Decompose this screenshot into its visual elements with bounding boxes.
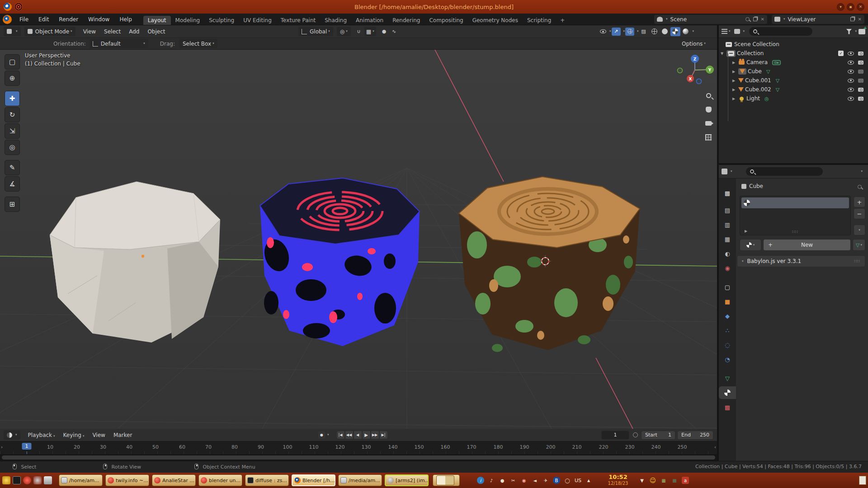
tab-render[interactable]: ▤ [719,204,736,216]
shading-material-button[interactable] [670,27,680,36]
gizmo-axis-y-neg[interactable] [678,68,683,73]
auto-keying-button[interactable]: ● [317,431,326,439]
render-camera-icon-disabled[interactable] [858,70,863,74]
menu-add[interactable]: Add [125,28,143,35]
collection-checkbox[interactable]: ✓ [838,51,844,56]
render-camera-icon[interactable] [858,52,863,56]
resize-grip[interactable]: ∷∷ [792,230,798,234]
timeline-ruler[interactable]: › ‹ 1 10 20 30 40 50 60 70 80 90 100 110… [0,441,717,454]
menu-file[interactable]: File [14,16,33,23]
scene-selector[interactable]: ▾ Scene ✕ [654,15,767,24]
play-button[interactable]: ▶ [362,431,371,439]
tab-collection[interactable]: ▢ [719,281,736,293]
tab-layout[interactable]: Layout [143,16,171,25]
tray-bluetooth-icon[interactable]: B [553,477,560,484]
shading-wireframe-button[interactable] [650,27,660,36]
outliner-row-cube[interactable]: ▶ Cube ▽ [719,67,868,76]
hide-eye-icon[interactable] [848,52,854,56]
camera-view-icon[interactable] [704,119,712,127]
outliner-row-cube-001[interactable]: ▶ Cube.001 ▽ [719,76,868,85]
tab-particles[interactable]: ∴ [719,324,736,337]
editor-type-button[interactable]: ▾ [4,27,21,36]
xray-toggle[interactable]: ▨ [639,28,648,36]
tray-updates-icon[interactable]: ▼ [638,477,646,484]
expander-icon[interactable]: ▶ [731,88,737,92]
tab-scene[interactable]: ◐ [719,247,736,260]
new-collection-button[interactable] [859,29,865,34]
tool-select-box[interactable]: ▢ [5,54,20,70]
tray-network-icon[interactable]: ✈ [542,477,549,484]
render-camera-icon[interactable] [858,97,863,101]
tray-media-icon[interactable]: ◉ [520,477,528,484]
launcher-browser-icon[interactable] [23,476,31,484]
proportional-edit-toggle[interactable]: ● [380,28,389,36]
current-frame-field[interactable]: 1 [601,431,629,440]
stump-wood[interactable] [459,177,640,352]
expander-icon[interactable]: ▶ [731,97,737,101]
drag-dropdown[interactable]: Select Box ▾ [179,39,217,48]
outliner-search-input[interactable] [749,27,812,36]
taskbar-window-blender-un[interactable]: blender un... [198,474,242,486]
pin-icon[interactable] [745,17,750,21]
end-frame-field[interactable]: End 250 [677,431,713,440]
add-material-slot-button[interactable]: + [854,197,865,207]
scene-name[interactable]: Scene [670,16,687,23]
tray-globe-icon[interactable]: ◯ [564,477,571,484]
jump-to-start-button[interactable]: |◀ [336,431,345,439]
hide-eye-icon[interactable] [848,97,854,101]
current-frame-indicator[interactable]: 1 [22,443,32,450]
taskbar-clock[interactable]: 10:52 12/18/23 [604,474,632,486]
new-viewlayer-icon[interactable] [850,17,854,21]
pr[interactable]: ◀ [354,431,362,439]
render-camera-icon[interactable] [858,88,863,92]
navigation-gizmo[interactable]: Z Y X [678,55,714,84]
menu-window[interactable]: Window [83,16,114,23]
tray-volume-icon[interactable]: ◄ [531,477,538,484]
viewlayer-name[interactable]: ViewLayer [788,16,816,23]
pin-id-icon[interactable] [858,185,862,189]
tray-calculator-icon[interactable]: ▦ [660,477,667,484]
material-slot[interactable] [741,197,849,208]
outliner-row-light[interactable]: ▶ Light ◎ [719,94,868,103]
outliner-filter-id-icon[interactable] [734,29,740,34]
taskbar-window-diffuse[interactable]: diffuse : zs... [245,474,289,486]
tab-modeling[interactable]: Modeling [171,16,205,25]
link-data-button[interactable]: ▽ ▾ [853,239,865,251]
snap-target-dropdown[interactable]: ▦ ▾ [364,27,376,36]
tool-annotate[interactable]: ✎ [5,160,20,175]
tab-texture[interactable]: ▩ [719,401,736,413]
new-scene-icon[interactable] [753,17,757,21]
launcher-files-icon[interactable] [44,476,52,484]
material-specials-button[interactable]: ▾ [854,225,865,235]
tray-search-icon[interactable]: ● [499,477,506,484]
properties-search-input[interactable] [746,167,823,176]
tab-animation[interactable]: Animation [351,16,388,25]
filter-icon[interactable] [846,29,852,34]
expander-icon[interactable]: ▶ [743,229,749,233]
blender-app-icon[interactable] [3,15,12,24]
taskbar-window-analiestar[interactable]: AnalieStar ... [152,474,196,486]
menu-keying[interactable]: Keying▾ [59,432,89,438]
browse-material-button[interactable]: ▾ [740,239,761,251]
tab-rendering[interactable]: Rendering [388,16,425,25]
taskbar-window-arms2[interactable]: [arms2] (im... [385,474,429,486]
shading-solid-button[interactable] [660,27,670,36]
tray-grid-icon[interactable]: ▩ [671,477,678,484]
hide-eye-icon[interactable] [848,70,854,74]
menu-view-timeline[interactable]: View [88,432,109,438]
menu-help[interactable]: Help [114,16,137,23]
ortho-grid-icon[interactable] [704,133,712,141]
tab-modifiers[interactable]: ◆ [719,310,736,322]
remove-viewlayer-icon[interactable]: ✕ [858,17,862,22]
tab-uv-editing[interactable]: UV Editing [239,16,276,25]
shading-rendered-button[interactable] [681,27,691,36]
babylon-panel-header[interactable]: ▾ Babylon.js ver 3.3.1 ∷∷ [737,255,865,267]
pivot-point-dropdown[interactable]: ◎ ▾ [337,27,351,36]
tool-scale[interactable]: ⇲ [5,123,20,139]
timeline-scrollbar[interactable] [0,454,717,461]
add-workspace-button[interactable]: + [556,16,569,25]
expander-icon[interactable]: ▼ [719,52,725,56]
transform-orientation-dropdown[interactable]: Global ▾ [298,27,333,36]
prev-keyframe-button[interactable]: ◀◀ [345,431,354,439]
launcher-terminal-icon[interactable] [13,476,21,484]
